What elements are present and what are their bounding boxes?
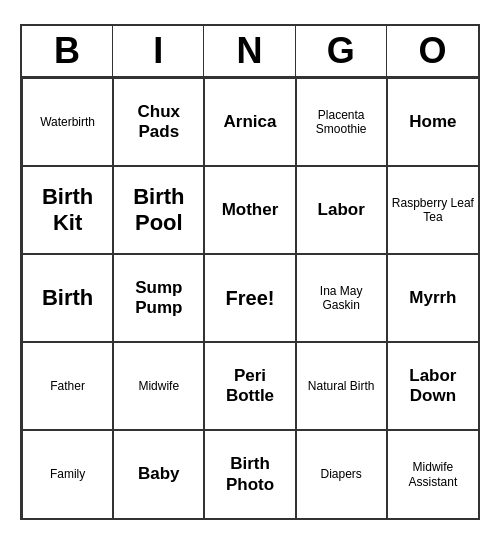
- bingo-cell-13[interactable]: Ina May Gaskin: [296, 254, 387, 342]
- header-letter: O: [387, 26, 478, 76]
- bingo-cell-19[interactable]: Labor Down: [387, 342, 478, 430]
- bingo-cell-6[interactable]: Birth Pool: [113, 166, 204, 254]
- bingo-cell-4[interactable]: Home: [387, 78, 478, 166]
- bingo-cell-23[interactable]: Diapers: [296, 430, 387, 518]
- bingo-cell-9[interactable]: Raspberry Leaf Tea: [387, 166, 478, 254]
- bingo-card: BINGO WaterbirthChux PadsArnicaPlacenta …: [20, 24, 480, 520]
- bingo-cell-22[interactable]: Birth Photo: [204, 430, 295, 518]
- bingo-cell-15[interactable]: Father: [22, 342, 113, 430]
- bingo-cell-0[interactable]: Waterbirth: [22, 78, 113, 166]
- bingo-cell-14[interactable]: Myrrh: [387, 254, 478, 342]
- bingo-cell-24[interactable]: Midwife Assistant: [387, 430, 478, 518]
- bingo-cell-8[interactable]: Labor: [296, 166, 387, 254]
- bingo-cell-5[interactable]: Birth Kit: [22, 166, 113, 254]
- header-letter: I: [113, 26, 204, 76]
- header-letter: B: [22, 26, 113, 76]
- bingo-cell-2[interactable]: Arnica: [204, 78, 295, 166]
- bingo-cell-21[interactable]: Baby: [113, 430, 204, 518]
- bingo-cell-20[interactable]: Family: [22, 430, 113, 518]
- bingo-cell-7[interactable]: Mother: [204, 166, 295, 254]
- bingo-grid: WaterbirthChux PadsArnicaPlacenta Smooth…: [22, 78, 478, 518]
- bingo-cell-3[interactable]: Placenta Smoothie: [296, 78, 387, 166]
- bingo-cell-16[interactable]: Midwife: [113, 342, 204, 430]
- bingo-cell-18[interactable]: Natural Birth: [296, 342, 387, 430]
- bingo-header: BINGO: [22, 26, 478, 78]
- bingo-cell-12[interactable]: Free!: [204, 254, 295, 342]
- bingo-cell-1[interactable]: Chux Pads: [113, 78, 204, 166]
- bingo-cell-10[interactable]: Birth: [22, 254, 113, 342]
- header-letter: G: [296, 26, 387, 76]
- header-letter: N: [204, 26, 295, 76]
- bingo-cell-17[interactable]: Peri Bottle: [204, 342, 295, 430]
- bingo-cell-11[interactable]: Sump Pump: [113, 254, 204, 342]
